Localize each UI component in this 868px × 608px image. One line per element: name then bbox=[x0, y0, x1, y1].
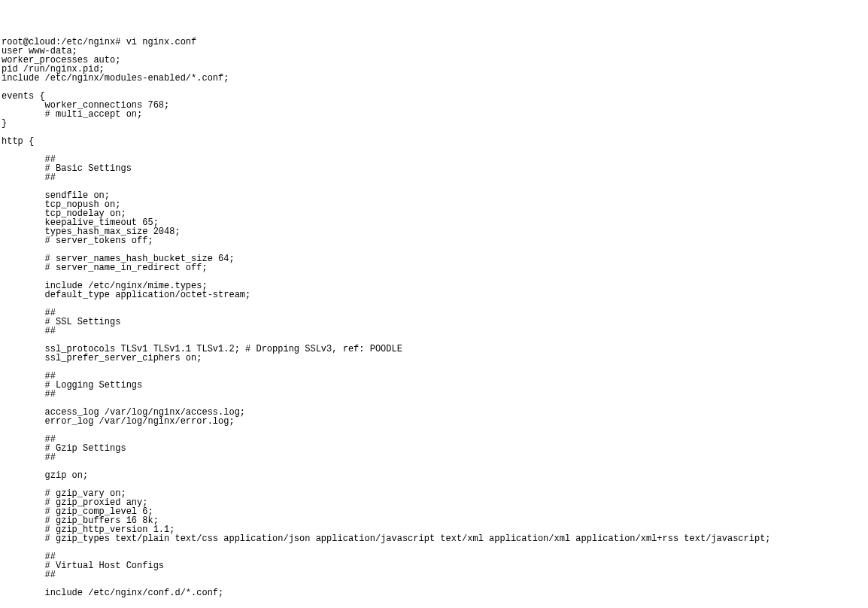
terminal-line: # multi_accept on; bbox=[2, 110, 866, 119]
terminal-output[interactable]: root@cloud:/etc/nginx# vi nginx.confuser… bbox=[2, 38, 866, 597]
terminal-line bbox=[2, 426, 866, 435]
terminal-line: default_type application/octet-stream; bbox=[2, 290, 866, 299]
terminal-line: # server_tokens off; bbox=[2, 236, 866, 245]
terminal-line bbox=[2, 299, 866, 309]
terminal-line: user www-data; bbox=[2, 47, 866, 56]
terminal-line bbox=[2, 83, 866, 92]
terminal-line: ## bbox=[2, 435, 866, 444]
terminal-line: } bbox=[2, 119, 866, 128]
terminal-line bbox=[2, 543, 866, 552]
terminal-line: tcp_nopush on; bbox=[2, 200, 866, 209]
terminal-line: # Gzip Settings bbox=[2, 444, 866, 453]
terminal-line: root@cloud:/etc/nginx# vi nginx.conf bbox=[2, 38, 866, 47]
terminal-line: sendfile on; bbox=[2, 191, 866, 200]
terminal-line: ## bbox=[2, 390, 866, 399]
terminal-line: include /etc/nginx/modules-enabled/*.con… bbox=[2, 74, 866, 83]
terminal-line: http { bbox=[2, 137, 866, 146]
terminal-line: gzip on; bbox=[2, 471, 866, 480]
terminal-line: # SSL Settings bbox=[2, 318, 866, 327]
terminal-line: error_log /var/log/nginx/error.log; bbox=[2, 417, 866, 426]
terminal-line bbox=[2, 462, 866, 471]
terminal-line bbox=[2, 128, 866, 137]
terminal-line: ssl_prefer_server_ciphers on; bbox=[2, 354, 866, 363]
terminal-line: # gzip_types text/plain text/css applica… bbox=[2, 534, 866, 543]
terminal-line bbox=[2, 146, 866, 155]
terminal-line bbox=[2, 182, 866, 191]
terminal-line: include /etc/nginx/conf.d/*.conf; bbox=[2, 588, 866, 597]
terminal-line: ## bbox=[2, 327, 866, 336]
terminal-line: # Virtual Host Configs bbox=[2, 561, 866, 570]
terminal-line: # server_name_in_redirect off; bbox=[2, 263, 866, 272]
terminal-line: worker_processes auto; bbox=[2, 56, 866, 65]
terminal-line: # Basic Settings bbox=[2, 164, 866, 173]
terminal-line bbox=[2, 480, 866, 489]
terminal-line: ## bbox=[2, 570, 866, 579]
terminal-line: ## bbox=[2, 173, 866, 182]
terminal-line: # Logging Settings bbox=[2, 381, 866, 390]
terminal-line: ## bbox=[2, 453, 866, 462]
terminal-line bbox=[2, 363, 866, 372]
terminal-line: ## bbox=[2, 309, 866, 318]
